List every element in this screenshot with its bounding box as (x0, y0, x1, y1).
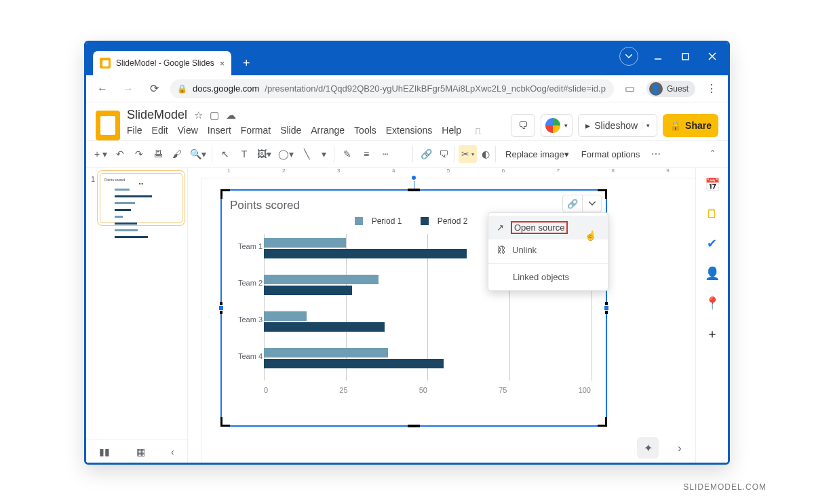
close-window-button[interactable] (701, 47, 724, 66)
menu-help[interactable]: Help (442, 125, 461, 136)
view-footer: ▮▮ ▦ ‹ (86, 440, 187, 463)
menu-arrange[interactable]: Arrange (311, 125, 345, 136)
bar-t1-p1 (264, 238, 346, 248)
tasks-icon[interactable]: ✔ (707, 236, 717, 251)
slide-thumbnail[interactable]: 1 Points scored ■ ■ (100, 173, 182, 223)
selected-chart-object[interactable]: 🔗 ↗ Open source ⛓̸ Unlink (220, 189, 607, 427)
mask-button[interactable]: ◐ (478, 145, 496, 163)
menu-tools[interactable]: Tools (354, 125, 376, 136)
print-button[interactable]: 🖶 (149, 145, 167, 163)
forward-button[interactable]: → (119, 79, 138, 98)
slides-logo-icon[interactable] (96, 111, 120, 140)
image-tool[interactable]: 🖼▾ (254, 145, 274, 163)
resize-handle-r[interactable] (604, 305, 609, 311)
collapse-panel-icon[interactable]: ‹ (171, 446, 174, 457)
explore-button[interactable]: ✦ (637, 437, 659, 459)
menu-view[interactable]: View (178, 125, 198, 136)
browser-tab[interactable]: SlideModel - Google Slides × (93, 51, 231, 75)
line-more[interactable]: ▾ (317, 145, 334, 163)
menu-unlink[interactable]: ⛓̸ Unlink (488, 239, 608, 260)
accessibility-icon[interactable]: ⎍ (475, 125, 481, 136)
canvas[interactable]: 123456789 (188, 168, 695, 463)
collapse-toolbar-button[interactable]: ˄ (703, 145, 721, 163)
open-source-label: Open source (511, 221, 568, 234)
chrome-menu-button[interactable]: ⋮ (702, 79, 721, 98)
back-button[interactable]: ← (93, 79, 112, 98)
url-field[interactable]: 🔒 docs.google.com/presentation/d/1Qqd92Q… (170, 79, 614, 98)
bar-t4-p1 (264, 348, 388, 357)
rotate-handle[interactable] (410, 174, 417, 181)
paint-format-button[interactable]: 🖌 (168, 145, 186, 163)
xtick-4: 100 (579, 386, 591, 394)
new-tab-button[interactable]: + (237, 54, 256, 73)
reading-list-icon[interactable]: ▭ (621, 79, 640, 98)
more-tools-button[interactable]: ⋯ (647, 145, 665, 163)
menu-linked-objects[interactable]: Linked objects (488, 267, 608, 288)
link-button[interactable]: 🔗 (417, 145, 435, 163)
side-panel-toggle[interactable]: › (670, 438, 690, 459)
crop-handle-bl[interactable] (220, 417, 230, 427)
search-tabs-button[interactable] (619, 47, 638, 66)
comment-button[interactable]: 🗨 (436, 145, 454, 163)
new-slide-button[interactable]: + ▾ (92, 145, 110, 163)
textbox-tool[interactable]: T (235, 145, 253, 163)
border-color-button[interactable]: ✎ (338, 145, 356, 163)
xtick-3: 75 (499, 386, 507, 394)
reload-button[interactable]: ⟳ (144, 79, 163, 98)
crop-handle-tl[interactable] (220, 189, 230, 199)
star-icon[interactable]: ☆ (194, 109, 203, 121)
share-button[interactable]: 🔒Share (663, 114, 718, 137)
horizontal-ruler: 123456789 (201, 168, 695, 178)
profile-button[interactable]: 👤 Guest (646, 81, 695, 97)
comment-history-button[interactable]: 🗨 (511, 114, 535, 137)
maps-icon[interactable]: 📍 (705, 296, 720, 311)
slide-stage: 🔗 ↗ Open source ⛓̸ Unlink (211, 189, 672, 449)
menu-format[interactable]: Format (241, 125, 271, 136)
contacts-icon[interactable]: 👤 (705, 266, 720, 281)
svg-rect-1 (682, 54, 689, 60)
format-options-button[interactable]: Format options (576, 145, 646, 163)
filmstrip-view-icon[interactable]: ▮▮ (99, 446, 110, 457)
slideshow-button[interactable]: ▸Slideshow▾ (578, 114, 657, 137)
undo-button[interactable]: ↶ (111, 145, 129, 163)
menu-edit[interactable]: Edit (152, 125, 168, 136)
calendar-icon[interactable]: 📅 (705, 177, 720, 192)
menu-file[interactable]: File (127, 125, 142, 136)
cloud-status-icon[interactable]: ☁ (226, 109, 236, 121)
menu-extensions[interactable]: Extensions (386, 125, 432, 136)
move-icon[interactable]: ▢ (210, 109, 219, 121)
cat-label-2: Team 2 (229, 279, 263, 287)
legend-swatch-1 (355, 217, 363, 225)
url-path: /presentation/d/1Qqd92QB20-ygUhEZIkBFgr5… (265, 83, 606, 94)
keep-icon[interactable]: 🗒 (706, 207, 718, 221)
line-tool[interactable]: ╲ (298, 145, 315, 163)
menu-slide[interactable]: Slide (280, 125, 301, 136)
crop-handle-br[interactable] (598, 417, 607, 427)
border-weight-button[interactable]: ≡ (357, 145, 375, 163)
crop-handle-b[interactable] (408, 425, 420, 427)
toolbar: + ▾ ↶ ↷ 🖶 🖌 🔍▾ ↖ T 🖼▾ ◯▾ ╲ ▾ ✎ ≡ ┄ 🔗 🗨 ✂… (86, 140, 728, 168)
unlink-label: Unlink (512, 245, 537, 255)
menu-divider (488, 263, 608, 264)
legend-label-1: Period 1 (372, 216, 402, 226)
redo-button[interactable]: ↷ (130, 145, 148, 163)
replace-image-button[interactable]: Replace image ▾ (500, 145, 575, 163)
crop-button[interactable]: ✂ (459, 145, 477, 163)
xtick-2: 50 (419, 386, 427, 394)
get-addons-icon[interactable]: ＋ (706, 326, 718, 342)
meet-button[interactable]: ▾ (541, 114, 573, 137)
select-tool[interactable]: ↖ (216, 145, 234, 163)
minimize-button[interactable] (646, 47, 670, 66)
chart-options-menu: ↗ Open source ⛓̸ Unlink Linked objects (488, 212, 608, 291)
grid-view-icon[interactable]: ▦ (136, 446, 145, 457)
zoom-button[interactable]: 🔍▾ (187, 145, 212, 163)
crop-handle-t[interactable] (408, 189, 420, 191)
shape-tool[interactable]: ◯▾ (275, 145, 296, 163)
menu-insert[interactable]: Insert (208, 125, 231, 136)
document-title[interactable]: SlideModel (127, 108, 187, 122)
close-tab-icon[interactable]: × (220, 58, 225, 69)
resize-handle-l[interactable] (218, 305, 224, 311)
tab-title: SlideModel - Google Slides (116, 58, 214, 68)
maximize-button[interactable] (674, 47, 697, 66)
border-dash-button[interactable]: ┄ (376, 145, 394, 163)
